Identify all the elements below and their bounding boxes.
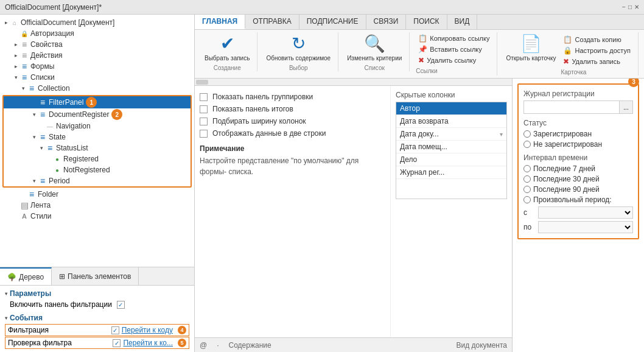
ribbon-tab-search[interactable]: ПОИСК xyxy=(406,15,447,29)
delete-link-btn[interactable]: ✖ Удалить ссылку xyxy=(416,55,492,65)
tree-item-official-doc[interactable]: ▸ ⌂ OfficialDocument [Документ] xyxy=(0,17,194,28)
radio-7days-input[interactable] xyxy=(523,165,531,172)
horizontal-scrollbar[interactable] xyxy=(195,79,512,86)
reg-journal-input[interactable]: ... xyxy=(523,100,633,114)
expand-icon[interactable]: ▸ xyxy=(12,63,19,69)
ribbon-tab-view[interactable]: ВИД xyxy=(447,15,478,29)
create-copy-btn[interactable]: 📋 Создать копию xyxy=(561,35,632,44)
expand-icon[interactable]: ▾ xyxy=(30,134,38,140)
expand-icon[interactable]: ▾ xyxy=(30,111,38,118)
col-item-journal[interactable]: Журнал рег... xyxy=(396,166,506,179)
minimize-btn[interactable]: − xyxy=(622,4,626,10)
ribbon-tab-links[interactable]: СВЯЗИ xyxy=(366,15,407,29)
hidden-cols-list[interactable]: Автор Дата возврата Дата доку... ▾ Дата … xyxy=(396,102,507,199)
ribbon-tab-main[interactable]: ГЛАВНАЯ xyxy=(195,15,245,29)
tree-item-styles[interactable]: А Стили xyxy=(0,211,194,222)
tree-item-collection[interactable]: ▾ ≡ Collection xyxy=(0,83,194,94)
copy-link-icon: 📋 xyxy=(418,34,427,43)
tree-item-props[interactable]: ▸ ≡ Свойства xyxy=(0,39,194,50)
col-item-author[interactable]: Автор xyxy=(396,102,506,115)
reg-journal-btn[interactable]: ... xyxy=(619,101,632,113)
col-item-doc-date[interactable]: Дата доку... ▾ xyxy=(396,128,506,141)
expand-icon[interactable]: ▸ xyxy=(2,19,10,26)
two-rows-checkbox[interactable] xyxy=(200,130,208,138)
ribbon-tab-sign[interactable]: ПОДПИСАНИЕ xyxy=(299,15,366,29)
expand-icon[interactable]: ▸ xyxy=(12,52,19,58)
badge-4: 4 xyxy=(178,326,186,334)
col-item-place-date[interactable]: Дата помещ... xyxy=(396,141,506,153)
delete-link-icon: ✖ xyxy=(418,56,424,65)
window-controls[interactable]: − □ ✕ xyxy=(622,4,639,10)
tree-item-notregistered[interactable]: ● NotRegistered xyxy=(4,164,191,175)
show-group-checkbox[interactable] xyxy=(200,93,208,101)
tree-item-state[interactable]: ▾ ≡ State xyxy=(4,132,191,143)
copy-link-btn[interactable]: 📋 Копировать ссылку xyxy=(416,33,492,43)
params-area: ▾ Параметры Включить панель фильтрации ▾… xyxy=(0,285,194,352)
refresh-btn[interactable]: ↻ Обновить содержимое xyxy=(264,32,333,63)
tree-area[interactable]: ▸ ⌂ OfficialDocument [Документ] 🔒 Автори… xyxy=(0,15,194,267)
select-group-label: Выбор xyxy=(289,65,308,71)
delete-record-btn[interactable]: ✖ Удалить запись xyxy=(561,57,632,66)
event-filtration-link[interactable]: Перейти к коду xyxy=(122,326,173,334)
from-date-select[interactable] xyxy=(538,206,633,219)
lock-icon: 🔒 xyxy=(19,29,29,38)
event-filtration-checkbox[interactable] xyxy=(111,326,119,334)
delete-record-label: Удалить запись xyxy=(572,58,620,65)
show-totals-checkbox[interactable] xyxy=(200,105,208,113)
ribbon-tab-send[interactable]: ОТПРАВКА xyxy=(245,15,299,29)
radio-custom-input[interactable] xyxy=(523,196,531,203)
tree-item-forms[interactable]: ▸ ≡ Формы xyxy=(0,61,194,72)
elements-tab-label: Панель элементов xyxy=(68,272,131,281)
event-checkfilter-checkbox[interactable] xyxy=(113,339,121,347)
tree-item-lists[interactable]: ▾ ≡ Списки xyxy=(0,72,194,83)
tree-item-registered[interactable]: ● Registered xyxy=(4,153,191,164)
to-date-select[interactable] xyxy=(538,221,633,233)
tree-item-folder[interactable]: ≡ Folder xyxy=(0,189,194,200)
col-dropdown-icon[interactable]: ▾ xyxy=(500,131,503,138)
tree-item-filterpanel[interactable]: ≡ FilterPanel 1 xyxy=(4,96,191,108)
open-card-btn[interactable]: 📄 Открыть карточку xyxy=(503,32,558,63)
ribbon-tab-send-label: ОТПРАВКА xyxy=(253,17,292,26)
event-checkfilter-link[interactable]: Перейти к ко... xyxy=(123,339,173,347)
expand-icon[interactable]: ▾ xyxy=(30,178,38,184)
expand-icon[interactable]: ▾ xyxy=(12,74,19,80)
tree-item-auth[interactable]: 🔒 Авторизация xyxy=(0,28,194,39)
events-collapse-icon: ▾ xyxy=(5,315,7,321)
radio-registered-input[interactable] xyxy=(523,130,531,138)
form-area: Показать панель группировки Показать пан… xyxy=(195,86,390,337)
tree-item-label: Действия xyxy=(30,51,63,60)
expand-icon[interactable]: ▾ xyxy=(38,145,45,151)
ribbon-tab-search-label: ПОИСК xyxy=(413,17,439,26)
radio-not-registered-input[interactable] xyxy=(523,141,531,148)
radio-30days: Последние 30 дней xyxy=(523,175,633,183)
tree-item-statuslist[interactable]: ▾ ≡ StatusList xyxy=(4,143,191,153)
scroll-thumb[interactable] xyxy=(196,80,208,85)
paste-link-btn[interactable]: 📌 Вставить ссылку xyxy=(416,44,492,54)
expand-icon[interactable]: ▸ xyxy=(12,41,19,48)
auto-width-checkbox[interactable] xyxy=(200,118,208,125)
change-criteria-btn[interactable]: 🔍 Изменить критерии xyxy=(345,32,404,63)
tree-item-docregister[interactable]: ▾ ≡ DocumentRegister 2 xyxy=(4,108,191,121)
select-record-btn[interactable]: ✔ Выбрать запись xyxy=(202,32,252,63)
events-header[interactable]: ▾ События xyxy=(5,312,189,323)
tree-item-label: Collection xyxy=(38,84,70,93)
params-header[interactable]: ▾ Параметры xyxy=(5,288,189,299)
close-btn[interactable]: ✕ xyxy=(634,4,639,10)
reg-journal-field[interactable] xyxy=(524,104,619,111)
tree-item-period[interactable]: ▾ ≡ Period xyxy=(4,175,191,186)
filter-checkbox[interactable] xyxy=(117,301,125,309)
copy-link-label: Копировать ссылку xyxy=(430,35,489,42)
tab-elements[interactable]: ⊞ Панель элементов xyxy=(52,267,139,285)
col-item-case[interactable]: Дело xyxy=(396,153,506,166)
badge-5: 5 xyxy=(178,339,186,347)
tab-tree[interactable]: 🌳 Дерево xyxy=(0,267,52,285)
expand-icon[interactable]: ▾ xyxy=(19,85,27,91)
tree-item-navigation[interactable]: — Navigation xyxy=(4,121,191,132)
tree-item-ribbon[interactable]: ▤ Лента xyxy=(0,200,194,211)
configure-access-btn[interactable]: 🔒 Настроить доступ xyxy=(561,46,632,55)
tree-item-actions[interactable]: ▸ ≡ Действия xyxy=(0,50,194,61)
maximize-btn[interactable]: □ xyxy=(628,4,632,10)
col-item-return-date[interactable]: Дата возврата xyxy=(396,115,506,128)
radio-90days-input[interactable] xyxy=(523,186,531,193)
radio-30days-input[interactable] xyxy=(523,175,531,183)
